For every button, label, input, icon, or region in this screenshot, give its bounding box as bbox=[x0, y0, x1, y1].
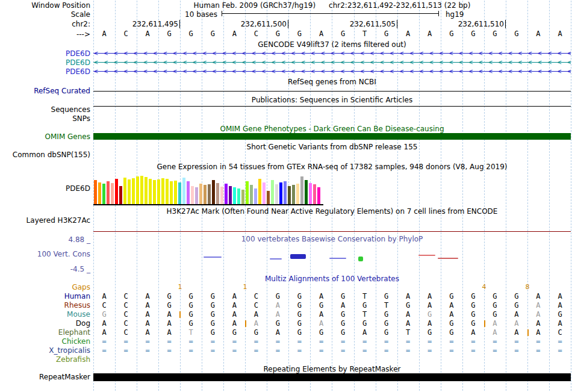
gtex-expression-bar[interactable] bbox=[94, 180, 97, 204]
repeatmasker-label[interactable]: RepeatMasker bbox=[0, 373, 90, 381]
gtex-expression-bar[interactable] bbox=[208, 184, 211, 204]
gtex-expression-bar[interactable] bbox=[174, 181, 177, 204]
gtex-expression-bar[interactable] bbox=[212, 180, 215, 204]
multiz-row-zebrafish[interactable] bbox=[93, 355, 571, 364]
gene-label-pde6d-3[interactable]: PDE6D bbox=[0, 67, 90, 76]
species-label-dog[interactable]: Dog bbox=[0, 319, 90, 328]
aligned-base: = bbox=[549, 337, 571, 346]
omim-gene-bar[interactable] bbox=[93, 133, 571, 140]
gtex-expression-bar[interactable] bbox=[128, 179, 131, 204]
gtex-expression-bar[interactable] bbox=[313, 184, 316, 204]
repeatmasker-element-bar[interactable] bbox=[93, 373, 571, 381]
gtex-expression-bar[interactable] bbox=[296, 184, 299, 204]
gene-label-pde6d-1[interactable]: PDE6D bbox=[0, 49, 90, 58]
layered-h3k27ac-label[interactable]: Layered H3K27Ac bbox=[0, 216, 90, 225]
refseq-curated-item[interactable] bbox=[93, 91, 571, 92]
gtex-expression-bar[interactable] bbox=[132, 178, 135, 204]
gtex-expression-bar[interactable] bbox=[111, 183, 114, 204]
gtex-expression-bar[interactable] bbox=[241, 190, 244, 204]
aligned-base: = bbox=[419, 337, 441, 346]
gtex-expression-bar[interactable] bbox=[267, 191, 270, 204]
species-label-zebrafish[interactable]: Zebrafish bbox=[0, 355, 90, 364]
gtex-expression-bar[interactable] bbox=[317, 187, 320, 204]
species-label-mouse[interactable]: Mouse bbox=[0, 310, 90, 319]
gtex-expression-bar[interactable] bbox=[157, 179, 160, 204]
sequences-label[interactable]: Sequences bbox=[0, 105, 90, 114]
gtex-expression-bar[interactable] bbox=[115, 179, 118, 204]
gtex-expression-bar[interactable] bbox=[204, 185, 207, 204]
gtex-expression-bar[interactable] bbox=[275, 184, 278, 204]
multiz-row-chicken[interactable]: ====================== bbox=[93, 337, 571, 346]
species-label-human[interactable]: Human bbox=[0, 292, 90, 300]
gtex-expression-bar[interactable] bbox=[229, 186, 232, 204]
gtex-expression-bar[interactable] bbox=[178, 182, 181, 204]
multiz-row-mouse[interactable]: GCAAGGAAAGAGTGAGAGGAAG bbox=[93, 310, 571, 319]
gencode-gene-pde6d-2[interactable] bbox=[93, 58, 571, 66]
gtex-expression-bar[interactable] bbox=[263, 182, 266, 204]
gtex-expression-bar[interactable] bbox=[233, 187, 236, 204]
gtex-expression-bar[interactable] bbox=[140, 176, 143, 204]
species-label-chicken[interactable]: Chicken bbox=[0, 337, 90, 346]
gtex-expression-bar[interactable] bbox=[199, 184, 202, 204]
gtex-expression-bar[interactable] bbox=[102, 184, 105, 204]
gtex-expression-bar[interactable] bbox=[254, 188, 257, 204]
gtex-expression-bar[interactable] bbox=[166, 179, 169, 204]
gtex-expression-bar[interactable] bbox=[292, 185, 295, 204]
aligned-base: = bbox=[527, 346, 549, 355]
gtex-expression-bar[interactable] bbox=[191, 186, 194, 204]
gtex-expression-bar[interactable] bbox=[98, 182, 101, 204]
gtex-expression-bar[interactable] bbox=[284, 181, 287, 204]
gtex-expression-bar[interactable] bbox=[170, 181, 173, 204]
phylop-signal-area[interactable] bbox=[93, 236, 571, 271]
gtex-gene-label[interactable]: PDE6D bbox=[0, 184, 90, 193]
gtex-expression-bar[interactable] bbox=[305, 180, 308, 204]
gencode-gene-pde6d-1[interactable] bbox=[93, 49, 571, 57]
h3k27ac-signal-line[interactable] bbox=[93, 231, 571, 232]
gtex-expression-bar[interactable] bbox=[149, 179, 152, 204]
gtex-expression-bar[interactable] bbox=[216, 183, 219, 204]
gtex-expression-bar[interactable] bbox=[288, 186, 291, 204]
multiz-row-dog[interactable]: ACAAGGAAGGAGGGAAGGAAAA bbox=[93, 319, 571, 328]
gene-label-pde6d-2[interactable]: PDE6D bbox=[0, 58, 90, 67]
gtex-expression-bar[interactable] bbox=[300, 176, 303, 204]
aligned-base: A bbox=[223, 292, 245, 301]
snps-label[interactable]: SNPs bbox=[0, 114, 90, 123]
multiz-row-elephant[interactable]: ACAATGGGAGGGAGTGGAAAAC bbox=[93, 328, 571, 337]
reference-base: A bbox=[419, 30, 441, 39]
gtex-expression-bar[interactable] bbox=[258, 179, 261, 204]
omim-genes-label[interactable]: OMIM Genes bbox=[0, 132, 90, 141]
gencode-gene-pde6d-3[interactable] bbox=[93, 67, 571, 75]
gtex-expression-bar[interactable] bbox=[309, 183, 312, 204]
multiz-row-human[interactable]: ACAGGGACGGAGTGAAGGGGAA bbox=[93, 292, 571, 301]
gtex-expression-bar[interactable] bbox=[145, 177, 148, 204]
gtex-expression-bar[interactable] bbox=[136, 176, 139, 204]
species-label-x-tropicalis[interactable]: X_tropicalis bbox=[0, 346, 90, 355]
aligned-base: = bbox=[376, 346, 397, 355]
gtex-expression-bar[interactable] bbox=[153, 180, 156, 204]
gtex-expression-barchart[interactable] bbox=[94, 175, 320, 204]
gtex-expression-bar[interactable] bbox=[220, 187, 223, 204]
gtex-expression-bar[interactable] bbox=[107, 181, 110, 204]
gtex-expression-bar[interactable] bbox=[123, 178, 126, 204]
gtex-expression-bar[interactable] bbox=[225, 184, 228, 204]
aligned-base: = bbox=[180, 346, 202, 355]
gtex-expression-bar[interactable] bbox=[250, 185, 253, 204]
publications-sequences-item[interactable] bbox=[93, 106, 571, 107]
gtex-expression-bar[interactable] bbox=[195, 187, 198, 204]
common-dbsnp-label[interactable]: Common dbSNP(155) bbox=[0, 151, 90, 159]
gtex-expression-bar[interactable] bbox=[187, 181, 190, 204]
gtex-expression-bar[interactable] bbox=[182, 178, 185, 204]
gtex-expression-bar[interactable] bbox=[161, 178, 164, 204]
gtex-expression-bar[interactable] bbox=[119, 186, 122, 204]
gtex-expression-bar[interactable] bbox=[279, 182, 282, 204]
gtex-expression-bar[interactable] bbox=[271, 180, 274, 204]
phylop-track-label[interactable]: 100 Vert. Cons bbox=[0, 250, 90, 258]
strand-arrow-label[interactable]: ---> bbox=[0, 30, 90, 39]
multiz-row-x-tropicalis[interactable]: ====================== bbox=[93, 346, 571, 355]
species-label-rhesus[interactable]: Rhesus bbox=[0, 301, 90, 310]
multiz-row-rhesus[interactable]: CCAGGGACAGGAGTGAAGGGAA bbox=[93, 301, 571, 310]
gtex-expression-bar[interactable] bbox=[237, 188, 240, 204]
gtex-expression-bar[interactable] bbox=[246, 181, 249, 204]
refseq-curated-label[interactable]: RefSeq Curated bbox=[0, 87, 90, 95]
species-label-elephant[interactable]: Elephant bbox=[0, 328, 90, 337]
